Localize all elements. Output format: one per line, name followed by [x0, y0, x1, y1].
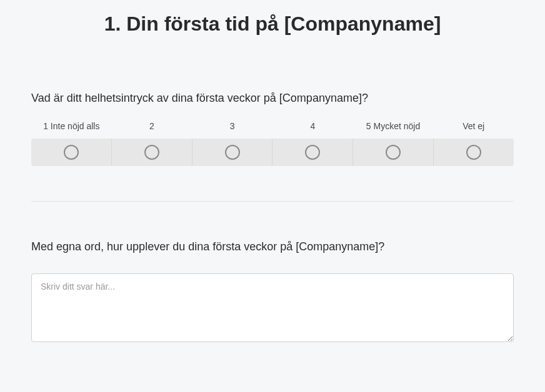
likert-header-5: 5 Mycket nöjd: [353, 116, 434, 139]
likert-option-3[interactable]: [192, 139, 273, 166]
likert-option-5[interactable]: [353, 139, 434, 166]
likert-header-6: Vet ej: [433, 116, 514, 139]
radio-icon: [225, 145, 240, 160]
question-1-text: Vad är ditt helhetsintryck av dina först…: [31, 92, 514, 105]
likert-option-4[interactable]: [272, 139, 353, 166]
likert-headers: 1 Inte nöjd alls 2 3 4 5 Mycket nöjd Vet…: [31, 116, 514, 139]
likert-header-4: 4: [272, 116, 353, 139]
divider: [31, 201, 514, 202]
question-1-block: Vad är ditt helhetsintryck av dina först…: [31, 92, 514, 166]
likert-option-6[interactable]: [434, 139, 514, 166]
likert-option-1[interactable]: [31, 139, 112, 166]
radio-icon: [386, 145, 401, 160]
page-title: 1. Din första tid på [Companyname]: [31, 12, 514, 36]
likert-row: [31, 139, 514, 166]
likert-header-1: 1 Inte nöjd alls: [31, 116, 112, 139]
survey-container: 1. Din första tid på [Companyname] Vad ä…: [0, 0, 545, 345]
radio-icon: [466, 145, 481, 160]
answer-textarea[interactable]: [31, 273, 514, 342]
question-2-text: Med egna ord, hur upplever du dina först…: [31, 240, 514, 253]
likert-option-2[interactable]: [112, 139, 192, 166]
radio-icon: [64, 145, 79, 160]
radio-icon: [144, 145, 159, 160]
question-2-block: Med egna ord, hur upplever du dina först…: [31, 240, 514, 345]
likert-header-2: 2: [112, 116, 192, 139]
likert-header-3: 3: [192, 116, 272, 139]
radio-icon: [305, 145, 320, 160]
